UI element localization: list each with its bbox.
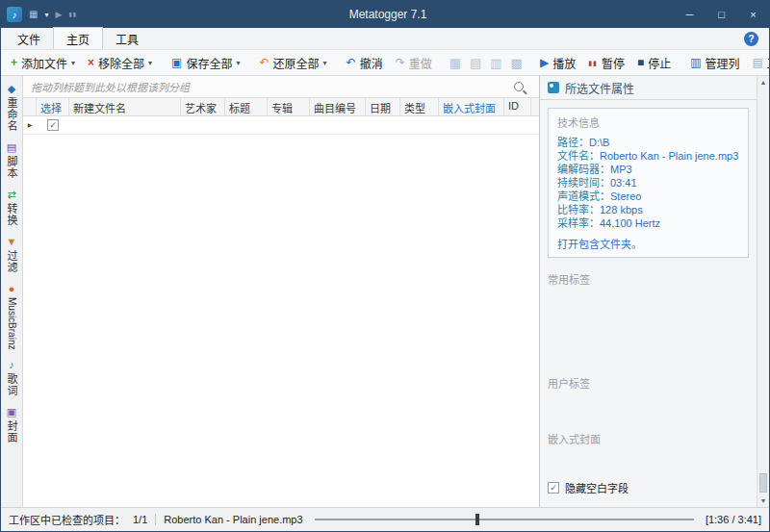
property-label: 路径： <box>557 137 589 148</box>
property-value: 128 kbps <box>600 204 643 215</box>
property-value: Roberto Kan - Plain jene.mp3 <box>600 150 738 162</box>
invert-selection-icon[interactable]: ▥ <box>486 57 505 69</box>
sidebar-item-convert[interactable]: ⇄ 转换 <box>4 190 19 226</box>
remove-all-label: 移除全部 <box>98 55 144 71</box>
row-cell-genre[interactable] <box>400 116 439 134</box>
properties-body: 技术信息 路径：D:\B 文件名：Roberto Kan - Plain jen… <box>540 100 757 507</box>
property-filename: 文件名：Roberto Kan - Plain jene.mp3 <box>557 149 739 163</box>
column-header-artist[interactable]: 艺术家 <box>181 98 225 115</box>
column-header-embedded-cover[interactable]: 嵌入式封面 <box>439 98 504 115</box>
column-header-album[interactable]: 专辑 <box>268 98 310 115</box>
sidebar-item-musicbrainz[interactable]: ● MusicBrainz <box>7 284 17 349</box>
column-header-new-filename[interactable]: 新建文件名 <box>69 98 181 115</box>
tab-home[interactable]: 主页 <box>53 27 103 49</box>
search-icon[interactable] <box>514 82 524 91</box>
tab-tools[interactable]: 工具 <box>103 28 151 49</box>
minimize-button[interactable]: ─ <box>674 1 706 28</box>
left-tab-strip: ◆ 重命名 ▤ 脚本 ⇄ 转换 ▼ 过滤 ● MusicBrainz ♪ 歌词 <box>1 76 23 507</box>
quick-access-chevron-down-icon[interactable]: ▾ <box>44 11 48 19</box>
row-cell-new-filename[interactable] <box>69 116 181 134</box>
sidebar-item-lyrics[interactable]: ♪ 歌词 <box>4 360 19 396</box>
workspace-button[interactable]: ▤ 工作空间 ▾ <box>747 52 770 73</box>
sidebar-item-covers[interactable]: ▣ 封面 <box>4 407 19 443</box>
remove-all-button[interactable]: × 移除全部 ▾ <box>82 52 158 73</box>
convert-icon: ⇄ <box>7 190 15 200</box>
hide-empty-checkbox[interactable]: ✓ <box>548 482 559 494</box>
save-all-label: 保存全部 <box>186 55 232 71</box>
row-cell-album[interactable] <box>268 116 310 134</box>
file-list-panel: 拖动列标题到此处以根据该列分组 选择 新建文件名 艺术家 标题 专辑 曲目编号 … <box>23 76 539 507</box>
undo-button[interactable]: ↶ 撤消 <box>341 52 389 73</box>
maximize-button[interactable]: □ <box>706 1 737 28</box>
restore-all-button[interactable]: ↶ 还原全部 ▾ <box>253 52 332 73</box>
row-cell-artist[interactable] <box>181 116 225 134</box>
column-header-date[interactable]: 日期 <box>366 98 400 115</box>
quick-access-grid-icon[interactable]: ▦ <box>29 10 38 19</box>
group-panel[interactable]: 拖动列标题到此处以根据该列分组 <box>23 76 539 98</box>
musicbrainz-icon: ● <box>9 284 15 294</box>
seek-track <box>315 519 694 520</box>
column-header-select[interactable]: 选择 <box>37 98 69 115</box>
stop-label: 停止 <box>648 55 671 71</box>
hide-empty-fields-option: ✓ 隐藏空白字段 <box>548 480 749 495</box>
sidebar-item-label: 脚本 <box>4 156 19 179</box>
sidebar-item-rename[interactable]: ◆ 重命名 <box>4 84 19 132</box>
play-button[interactable]: ▶ 播放 <box>534 52 581 73</box>
row-cell-date[interactable] <box>366 116 400 134</box>
property-label: 编解码器： <box>557 164 610 175</box>
pause-button[interactable]: ▮▮ 暂停 <box>582 52 630 73</box>
stop-button[interactable]: ■ 停止 <box>631 52 677 73</box>
row-cell-track-number[interactable] <box>310 116 366 134</box>
save-all-button[interactable]: ▣ 保存全部 ▾ <box>166 52 245 73</box>
current-file-label: Roberto Kan - Plain jene.mp3 <box>164 514 302 525</box>
undo-label: 撤消 <box>360 55 383 71</box>
row-checkbox[interactable]: ✓ <box>47 119 59 131</box>
column-header-id[interactable]: ID <box>504 98 531 115</box>
deselect-all-icon[interactable]: ▤ <box>466 57 485 69</box>
workspace-icon: ▤ <box>753 57 763 68</box>
help-icon[interactable]: ? <box>744 32 758 46</box>
select-all-icon[interactable]: ▦ <box>446 57 465 69</box>
property-duration: 持续时间：03:41 <box>557 176 739 190</box>
column-header-track-number[interactable]: 曲目编号 <box>310 98 366 115</box>
open-folder-link[interactable]: 打开包含文件夹。 <box>557 236 739 251</box>
restore-all-label: 还原全部 <box>273 55 320 71</box>
column-header-genre[interactable]: 类型 <box>400 98 439 115</box>
seek-thumb[interactable] <box>475 514 479 525</box>
sidebar-item-scripting[interactable]: ▤ 脚本 <box>4 142 19 179</box>
property-value: 03:41 <box>610 177 637 189</box>
undo-icon: ↶ <box>346 57 356 68</box>
sidebar-item-label: 过滤 <box>4 250 19 273</box>
hide-empty-label: 隐藏空白字段 <box>565 480 629 495</box>
column-header-title[interactable]: 标题 <box>225 98 268 115</box>
manage-columns-button[interactable]: ▥ 管理列 <box>684 52 745 73</box>
scroll-down-icon[interactable]: ▼ <box>760 494 767 507</box>
column-header-filler <box>531 98 539 115</box>
window-title: Metatogger 7.1 <box>349 8 427 21</box>
seek-bar[interactable] <box>315 508 694 531</box>
properties-content: 所选文件属性 技术信息 路径：D:\B 文件名：Roberto Kan - Pl… <box>540 76 757 507</box>
row-cell-embedded-cover[interactable] <box>439 116 504 134</box>
redo-button[interactable]: ↷ 重做 <box>390 52 438 73</box>
row-cell-id[interactable] <box>504 116 531 134</box>
close-button[interactable]: × <box>737 1 769 28</box>
properties-scrollbar[interactable]: ▲ ▼ <box>757 76 769 507</box>
empty-grid-area <box>23 135 539 507</box>
quick-pause-icon[interactable]: ▮▮ <box>68 12 77 17</box>
scrollbar-thumb[interactable] <box>759 473 767 493</box>
selection-grid-icon[interactable]: ▩ <box>507 57 526 69</box>
add-files-button[interactable]: + 添加文件 ▾ <box>5 52 81 73</box>
selected-file-properties-panel: 所选文件属性 技术信息 路径：D:\B 文件名：Roberto Kan - Pl… <box>539 76 769 507</box>
checked-items-label: 工作区中已检查的项目： <box>9 512 125 527</box>
table-row[interactable]: ▶ ✓ <box>23 116 539 135</box>
section-embedded-covers: 嵌入式封面 <box>548 431 749 446</box>
quick-play-icon[interactable]: ▶ <box>55 11 62 19</box>
scroll-up-icon[interactable]: ▲ <box>760 76 767 89</box>
table-header: 选择 新建文件名 艺术家 标题 专辑 曲目编号 日期 类型 嵌入式封面 ID <box>23 98 539 116</box>
tab-file[interactable]: 文件 <box>5 28 53 49</box>
row-indicator-cell: ▶ <box>23 116 37 134</box>
sidebar-item-filter[interactable]: ▼ 过滤 <box>4 237 19 273</box>
row-cell-title[interactable] <box>225 116 268 134</box>
playback-time: [1:36 / 3:41] <box>706 514 761 525</box>
property-value[interactable]: D:\B <box>589 137 609 148</box>
